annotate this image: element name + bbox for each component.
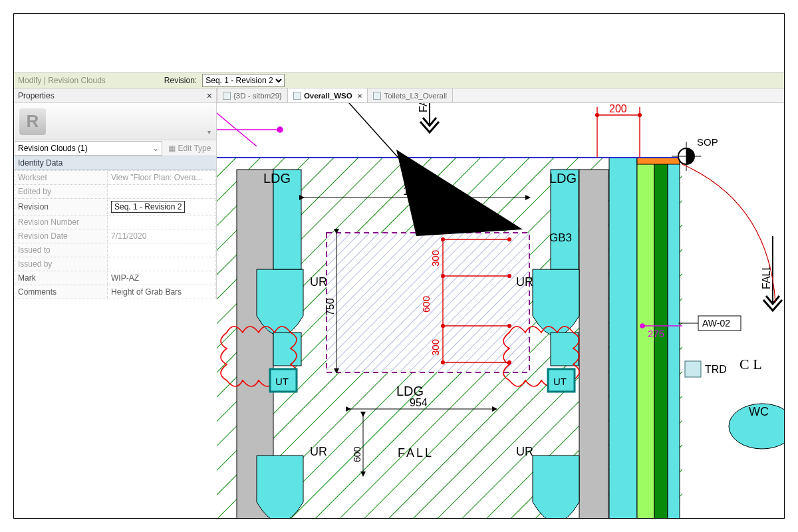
- property-key: Revision: [15, 199, 108, 215]
- property-key: Comments: [15, 285, 108, 299]
- revision-label: Revision:: [164, 76, 197, 85]
- view-tabs: {3D - sitbm29}Overall_WSO×Toilets_L3_Ove…: [217, 88, 784, 103]
- dim-text: 200: [609, 103, 627, 114]
- wall: [579, 170, 608, 518]
- property-row[interactable]: Edited by: [15, 185, 216, 199]
- dim-text: 954: [410, 397, 428, 408]
- view-tab-label: Overall_WSO: [304, 92, 352, 100]
- label: FALL: [398, 446, 434, 460]
- view-icon: [293, 92, 301, 100]
- view-icon: [373, 92, 381, 100]
- leader-line: [343, 103, 403, 163]
- view-tab[interactable]: {3D - sitbm29}: [217, 88, 288, 102]
- property-row[interactable]: WorksetView "Floor Plan: Overa...: [15, 171, 216, 185]
- revit-logo-icon: R: [19, 108, 46, 135]
- context-label: Modify | Revision Clouds: [18, 76, 106, 85]
- label: TRD: [705, 364, 727, 375]
- drawing-canvas[interactable]: 200 1200 750 300 600 300 954 60: [217, 103, 784, 518]
- label: WC: [749, 405, 769, 418]
- svg-point-9: [640, 324, 644, 328]
- property-value[interactable]: [108, 215, 216, 229]
- dim-text: 600: [352, 446, 362, 462]
- property-value[interactable]: Height of Grab Bars: [108, 285, 216, 299]
- selection-text: Revision Clouds (1): [18, 144, 88, 153]
- property-value[interactable]: 7/11/2020: [108, 229, 216, 243]
- property-value[interactable]: [108, 243, 216, 257]
- type-selector-thumb[interactable]: R ▾: [14, 103, 216, 140]
- property-key: Revision Date: [15, 229, 108, 243]
- edit-type-button[interactable]: ▦ Edit Type: [163, 144, 216, 153]
- property-value[interactable]: [108, 185, 216, 199]
- property-value[interactable]: View "Floor Plan: Overa...: [108, 171, 216, 185]
- revision-dropdown[interactable]: Seq. 1 - Revision 2: [202, 74, 285, 87]
- property-key: Revision Number: [15, 215, 108, 229]
- chevron-down-icon[interactable]: ▾: [207, 128, 211, 136]
- edit-type-icon: ▦: [168, 144, 176, 153]
- property-key: Edited by: [15, 185, 108, 199]
- close-icon[interactable]: ×: [207, 90, 212, 101]
- property-key: Workset: [15, 171, 108, 185]
- wall-layer: [668, 158, 680, 518]
- view-tab[interactable]: Overall_WSO×: [287, 88, 368, 102]
- dim-text: 300: [430, 250, 441, 267]
- label: LDG: [549, 171, 577, 186]
- fall-arrow-icon: FALL: [418, 103, 439, 132]
- dim-text: 600: [420, 296, 432, 313]
- edit-type-label: Edit Type: [178, 144, 211, 153]
- property-key: Issued by: [15, 257, 108, 271]
- dim-text: 750: [325, 298, 336, 316]
- view-icon: [223, 92, 231, 100]
- property-value[interactable]: [108, 257, 216, 271]
- label: UR: [310, 445, 327, 458]
- category-header: Identity Data: [14, 156, 216, 170]
- close-icon[interactable]: ×: [358, 92, 362, 100]
- view-tab-label: {3D - sitbm29}: [233, 92, 282, 100]
- dim-text: 300: [430, 339, 441, 356]
- centerline-icon: C L: [739, 356, 762, 372]
- label: UR: [516, 275, 533, 289]
- tag-text: AW-02: [702, 318, 730, 329]
- label: UT: [275, 376, 289, 387]
- label: SOP: [697, 136, 718, 148]
- property-row[interactable]: Issued by: [15, 257, 216, 271]
- properties-panel: Properties × R ▾ Revision Clouds (1) ⌄ ▦…: [14, 88, 217, 299]
- svg-text:FALL: FALL: [418, 103, 429, 112]
- svg-point-6: [277, 127, 283, 132]
- property-row[interactable]: Revision Number: [15, 215, 216, 229]
- chevron-down-icon: ⌄: [152, 144, 159, 153]
- dimension: [597, 107, 640, 158]
- property-row[interactable]: Revision Date7/11/2020: [15, 229, 216, 243]
- properties-title: Properties: [18, 91, 55, 100]
- property-row[interactable]: RevisionSeq. 1 - Revision 2: [15, 199, 216, 215]
- label: UR: [310, 275, 327, 289]
- property-row[interactable]: MarkWIP-AZ: [15, 271, 216, 285]
- property-grid: WorksetView "Floor Plan: Overa...Edited …: [14, 170, 216, 299]
- view-tab[interactable]: Toilets_L3_Overall: [367, 88, 453, 102]
- ledge: [273, 332, 301, 366]
- property-value[interactable]: WIP-AZ: [108, 271, 216, 285]
- label: UT: [553, 376, 567, 387]
- trd-box: [685, 361, 701, 377]
- label: LDG: [263, 171, 291, 186]
- property-row[interactable]: Issued to: [15, 243, 216, 257]
- dim-text: 275: [648, 328, 664, 339]
- wall-cap: [637, 158, 680, 164]
- view-tab-label: Toilets_L3_Overall: [384, 92, 447, 100]
- selection-combo[interactable]: Revision Clouds (1) ⌄: [15, 141, 162, 156]
- wall-layer: [609, 158, 637, 518]
- label: LDG: [396, 384, 424, 398]
- property-key: Issued to: [15, 243, 108, 257]
- label: GB3: [549, 231, 572, 244]
- ribbon-bar: Modify | Revision Clouds Revision: Seq. …: [14, 72, 784, 88]
- property-key: Mark: [15, 271, 108, 285]
- property-row[interactable]: CommentsHeight of Grab Bars: [15, 285, 216, 299]
- property-value[interactable]: Seq. 1 - Revision 2: [108, 199, 216, 215]
- label: UR: [516, 445, 533, 458]
